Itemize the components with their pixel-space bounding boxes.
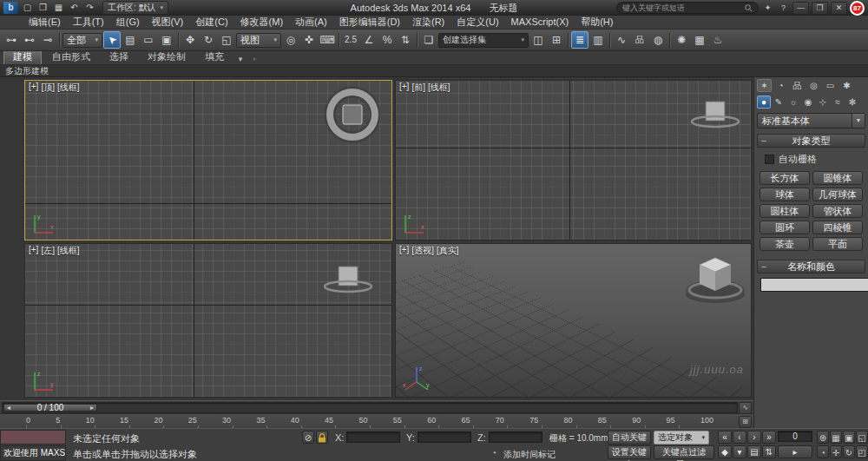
select-and-rotate-icon[interactable]: ↻ — [200, 31, 217, 49]
primitive-button[interactable]: 几何球体 — [812, 188, 863, 201]
material-editor-icon[interactable]: ◍ — [649, 31, 667, 49]
field-of-view-icon[interactable]: ◔ — [817, 445, 829, 458]
new-file-icon[interactable]: ▢ — [21, 2, 34, 14]
render-setup-icon[interactable]: ✺ — [673, 31, 690, 49]
select-and-move-icon[interactable]: ✥ — [181, 31, 199, 49]
zoom-extents-all-icon[interactable]: ◱ — [856, 431, 868, 444]
menu-item[interactable]: 视图(V) — [146, 16, 190, 29]
ribbon-tab-freeform[interactable]: 自由形式 — [43, 49, 99, 64]
primitive-button[interactable]: 茶壶 — [760, 237, 810, 251]
menu-item[interactable]: 动画(A) — [289, 16, 333, 29]
loop-toggle-button[interactable]: ⇅ — [762, 445, 776, 458]
box-and-torus-left-view[interactable] — [320, 260, 376, 298]
select-and-manipulate-icon[interactable]: ✜ — [300, 31, 318, 49]
ribbon-minimize-icon[interactable]: ◦ — [248, 55, 260, 64]
time-slider-track[interactable]: ◂ 0 / 100 ▸ — [2, 402, 738, 413]
primitive-button[interactable]: 圆柱体 — [760, 204, 810, 218]
viewport-menu-general[interactable]: [+] — [399, 82, 409, 94]
named-selection-combo[interactable]: 创建选择集 ▾ — [438, 33, 529, 48]
undo-icon[interactable]: ↶ — [68, 2, 81, 14]
box-and-torus-front-view[interactable] — [687, 95, 743, 133]
viewport-top[interactable]: [+] [顶] [线框] x y — [24, 80, 392, 240]
ribbon-panel-polygon-modeling[interactable]: 多边形建模 — [5, 65, 49, 77]
selection-region-icon[interactable]: ▭ — [140, 31, 157, 49]
primitive-button[interactable]: 球体 — [760, 188, 810, 201]
time-slider-handle[interactable]: ◂ 0 / 100 ▸ — [3, 404, 97, 412]
mirror-icon[interactable]: ◫ — [529, 31, 547, 49]
primitive-button[interactable]: 管状体 — [812, 204, 863, 218]
autogrid-checkbox[interactable] — [765, 155, 774, 164]
unlink-selection-icon[interactable]: ⊷ — [21, 31, 38, 49]
zoom-icon[interactable]: ⊕ — [817, 431, 829, 444]
select-object-icon[interactable]: ➤ — [103, 31, 121, 49]
search-box[interactable] — [616, 2, 759, 14]
go-to-start-button[interactable]: « — [718, 431, 732, 444]
space-warps-category-icon[interactable]: ≈ — [831, 95, 845, 109]
key-mode-toggle-button[interactable]: ◆ — [718, 445, 732, 458]
next-frame-icon[interactable]: ▸ — [90, 404, 94, 412]
menu-item[interactable]: 自定义(U) — [450, 16, 504, 29]
create-tab-icon[interactable]: ✶ — [757, 79, 772, 92]
zoom-all-icon[interactable]: ▦ — [830, 431, 842, 444]
maxscript-listener-line[interactable]: 欢迎使用 MAXScr — [0, 445, 66, 461]
maximize-viewport-icon[interactable]: ◰ — [856, 445, 868, 458]
menu-item[interactable]: 编辑(E) — [23, 16, 67, 29]
render-production-icon[interactable]: ♨ — [709, 31, 727, 49]
hierarchy-tab-icon[interactable]: 品 — [790, 79, 805, 92]
y-coordinate-field[interactable] — [418, 431, 471, 443]
mini-curve-editor-icon[interactable]: ∿ — [739, 402, 752, 414]
viewport-menu-view[interactable]: [顶] — [41, 82, 55, 94]
set-key-button[interactable]: 设置关键点 — [608, 445, 651, 459]
search-input[interactable] — [622, 3, 742, 12]
close-button[interactable]: ✕ — [831, 2, 847, 15]
key-mode-dropdown[interactable]: 选定对象 ▾ — [654, 431, 709, 445]
x-coordinate-field[interactable] — [346, 431, 400, 443]
ribbon-options-chevron-icon[interactable]: ▾ — [234, 55, 247, 64]
bind-to-space-warp-icon[interactable]: ⊸ — [39, 31, 56, 49]
use-pivot-center-icon[interactable]: ◎ — [282, 31, 299, 49]
primitive-button[interactable]: 圆环 — [760, 221, 810, 234]
track-bar-options-icon[interactable]: ⊞ — [739, 416, 752, 428]
next-frame-button[interactable]: › — [747, 431, 761, 444]
viewport-menu-view[interactable]: [透视] — [411, 245, 434, 257]
orbit-icon[interactable]: ↻ — [843, 445, 855, 458]
systems-category-icon[interactable]: ✻ — [845, 95, 859, 109]
auto-key-button[interactable]: 自动关键点 — [608, 431, 651, 445]
display-tab-icon[interactable]: ▭ — [823, 79, 838, 92]
schematic-view-icon[interactable]: 品 — [631, 31, 648, 49]
community-icon[interactable]: ✦ — [761, 3, 774, 14]
ribbon-tab-selection[interactable]: 选择 — [101, 49, 137, 64]
go-to-end-button[interactable]: » — [762, 431, 776, 444]
viewport-menu-view[interactable]: [前] — [411, 82, 425, 94]
previous-frame-button[interactable]: ‹ — [733, 431, 746, 444]
viewport-menu-shading[interactable]: [线框] — [57, 82, 80, 94]
viewport-left[interactable]: [+] [左] [线框] y z — [24, 243, 392, 398]
box-and-torus-perspective[interactable] — [679, 249, 752, 306]
object-name-input[interactable] — [760, 278, 868, 292]
key-filters-button[interactable]: 关键点过滤器... — [654, 445, 714, 459]
primitive-type-dropdown[interactable]: 标准基本体 ▼ — [757, 113, 865, 128]
primitive-button[interactable]: 四棱锥 — [812, 221, 863, 234]
keyboard-override-icon[interactable]: ⌨ — [319, 31, 336, 49]
window-crossing-icon[interactable]: ▣ — [158, 31, 175, 49]
menu-item[interactable]: 工具(T) — [67, 16, 110, 29]
z-coordinate-field[interactable] — [489, 431, 542, 443]
app-logo-icon[interactable]: b — [3, 2, 18, 14]
align-icon[interactable]: ⊞ — [548, 31, 565, 49]
viewport-perspective[interactable]: [+] [透视] [真实] jjj.uuu.oa x y z — [395, 243, 752, 398]
primitive-button[interactable]: 圆锥体 — [812, 171, 863, 185]
angle-snap-icon[interactable]: ∠ — [360, 31, 378, 49]
zoom-extents-icon[interactable]: ▣ — [843, 431, 855, 444]
isolate-selection-icon[interactable]: ⊘ — [302, 431, 314, 444]
menu-item[interactable]: 组(G) — [110, 16, 146, 29]
modify-tab-icon[interactable]: ◔ — [773, 79, 788, 92]
reference-coordinate-dropdown[interactable]: 视图 ▾ — [236, 33, 281, 48]
helpers-category-icon[interactable]: ⊹ — [816, 95, 830, 109]
viewport-menu-view[interactable]: [左] — [41, 245, 55, 257]
menu-item[interactable]: 帮助(H) — [575, 16, 619, 29]
viewport-menu-shading[interactable]: [真实] — [437, 245, 459, 257]
motion-tab-icon[interactable]: ◎ — [806, 79, 821, 92]
object-type-rollout-header[interactable]: − 对象类型 — [757, 134, 865, 148]
percent-snap-icon[interactable]: % — [378, 31, 396, 49]
menu-item[interactable]: 修改器(M) — [234, 16, 290, 29]
